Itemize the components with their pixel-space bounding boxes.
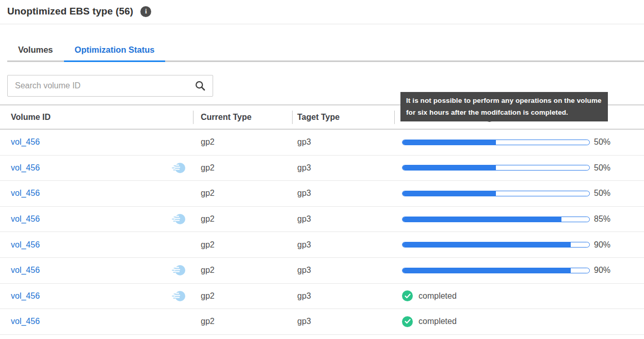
search-input[interactable] bbox=[7, 75, 213, 97]
progress-label: 90% bbox=[594, 240, 610, 250]
modification-status-cell: completed bbox=[394, 316, 644, 327]
volume-id-cell: vol_456 bbox=[0, 264, 193, 277]
progress-group: 90% bbox=[402, 240, 610, 250]
modification-status-cell: 50% bbox=[394, 189, 644, 198]
modification-status-cell: 50% bbox=[394, 137, 644, 147]
volume-id-cell: vol_456 bbox=[0, 238, 193, 252]
current-type-cell: gp2 bbox=[193, 266, 292, 275]
current-type-cell: gp2 bbox=[193, 189, 292, 198]
modification-status-tooltip: It is not possible to perform any operat… bbox=[400, 92, 608, 121]
target-type-cell: gp3 bbox=[292, 214, 394, 224]
completed-label: completed bbox=[418, 317, 457, 326]
volume-id-cell: vol_456 bbox=[0, 161, 193, 175]
column-header-volume-id: Volume ID bbox=[0, 113, 193, 122]
table-row: vol_456 gp2 gp3 85% bbox=[0, 207, 644, 233]
modification-status-cell: 85% bbox=[394, 214, 644, 224]
target-type-cell: gp3 bbox=[292, 266, 394, 275]
progress-group: 50% bbox=[402, 189, 610, 198]
tab-bar: Volumes Optimization Status bbox=[7, 38, 644, 62]
volume-id-cell: vol_456 bbox=[0, 315, 193, 328]
progress-bar bbox=[402, 242, 590, 248]
completed-group: completed bbox=[402, 316, 457, 327]
progress-label: 50% bbox=[594, 137, 610, 147]
target-type-cell: gp3 bbox=[292, 317, 394, 326]
progress-fill bbox=[403, 140, 496, 145]
progress-group: 90% bbox=[402, 266, 610, 275]
volume-link[interactable]: vol_456 bbox=[11, 214, 40, 224]
check-icon bbox=[402, 316, 413, 327]
page-title: Unoptimized EBS type (56) bbox=[7, 6, 133, 17]
table-row: vol_456 gp2 gp3 50% bbox=[0, 130, 644, 156]
progress-label: 90% bbox=[594, 266, 610, 275]
column-header-target-type: Taget Type bbox=[292, 113, 394, 122]
progress-group: 50% bbox=[402, 137, 610, 147]
volume-link[interactable]: vol_456 bbox=[11, 137, 40, 147]
modification-status-cell: completed bbox=[394, 290, 644, 301]
progress-bar bbox=[402, 140, 590, 145]
table-row: vol_456 gp2 gp3 90% bbox=[0, 232, 644, 258]
modification-status-cell: 90% bbox=[394, 266, 644, 275]
completed-group: completed bbox=[402, 290, 457, 301]
target-type-cell: gp3 bbox=[292, 240, 394, 250]
current-type-cell: gp2 bbox=[193, 214, 292, 224]
target-type-cell: gp3 bbox=[292, 137, 394, 147]
table-row: vol_456 gp2 gp3 90% bbox=[0, 258, 644, 284]
table-body: vol_456 gp2 gp3 50% vol_ bbox=[0, 130, 644, 335]
volume-link[interactable]: vol_456 bbox=[11, 317, 40, 326]
progress-fill bbox=[403, 191, 496, 196]
volume-link[interactable]: vol_456 bbox=[11, 240, 40, 250]
current-type-cell: gp2 bbox=[193, 317, 292, 326]
current-type-cell: gp2 bbox=[193, 240, 292, 250]
search-icon[interactable] bbox=[195, 80, 206, 91]
completed-label: completed bbox=[418, 291, 457, 301]
tab-optimization-status[interactable]: Optimization Status bbox=[64, 38, 166, 62]
column-header-current-type: Current Type bbox=[193, 113, 292, 122]
progress-group: 50% bbox=[402, 163, 610, 173]
progress-label: 50% bbox=[594, 189, 610, 198]
progress-fill bbox=[403, 165, 496, 170]
progress-bar bbox=[402, 165, 590, 171]
target-type-cell: gp3 bbox=[292, 163, 394, 173]
check-icon bbox=[402, 290, 413, 301]
table-row: vol_456 gp2 gp3 completed bbox=[0, 309, 644, 335]
progress-label: 85% bbox=[594, 214, 610, 224]
progress-group: 85% bbox=[402, 214, 610, 224]
volume-id-cell: vol_456 bbox=[0, 135, 193, 149]
current-type-cell: gp2 bbox=[193, 291, 292, 301]
modification-status-cell: 50% bbox=[394, 163, 644, 173]
optimization-table: Volume ID Current Type Taget Type Modifi… bbox=[0, 104, 644, 335]
current-type-cell: gp2 bbox=[193, 137, 292, 147]
progress-fill bbox=[403, 268, 571, 273]
volume-id-cell: vol_456 bbox=[0, 289, 193, 303]
fast-restore-icon bbox=[171, 264, 186, 277]
volume-link[interactable]: vol_456 bbox=[11, 266, 40, 275]
page-header: Unoptimized EBS type (56) i bbox=[0, 0, 644, 24]
progress-bar bbox=[402, 191, 590, 196]
volume-link[interactable]: vol_456 bbox=[11, 163, 40, 173]
volume-link[interactable]: vol_456 bbox=[11, 189, 40, 198]
fast-restore-icon bbox=[171, 161, 186, 175]
fast-restore-icon bbox=[171, 289, 186, 303]
modification-status-cell: 90% bbox=[394, 240, 644, 250]
volume-link[interactable]: vol_456 bbox=[11, 291, 40, 301]
progress-fill bbox=[403, 242, 571, 247]
progress-fill bbox=[403, 217, 561, 222]
progress-bar bbox=[402, 268, 590, 273]
volume-id-cell: vol_456 bbox=[0, 187, 193, 200]
tab-volumes[interactable]: Volumes bbox=[7, 38, 64, 62]
table-row: vol_456 gp2 gp3 50% bbox=[0, 181, 644, 207]
progress-bar bbox=[402, 217, 590, 222]
search-container bbox=[7, 75, 213, 97]
progress-label: 50% bbox=[594, 163, 610, 173]
table-row: vol_456 gp2 gp3 completed bbox=[0, 284, 644, 310]
target-type-cell: gp3 bbox=[292, 291, 394, 301]
volume-id-cell: vol_456 bbox=[0, 212, 193, 226]
info-icon[interactable]: i bbox=[140, 6, 151, 17]
current-type-cell: gp2 bbox=[193, 163, 292, 173]
target-type-cell: gp3 bbox=[292, 189, 394, 198]
table-row: vol_456 gp2 gp3 50% bbox=[0, 156, 644, 181]
fast-restore-icon bbox=[171, 212, 186, 226]
